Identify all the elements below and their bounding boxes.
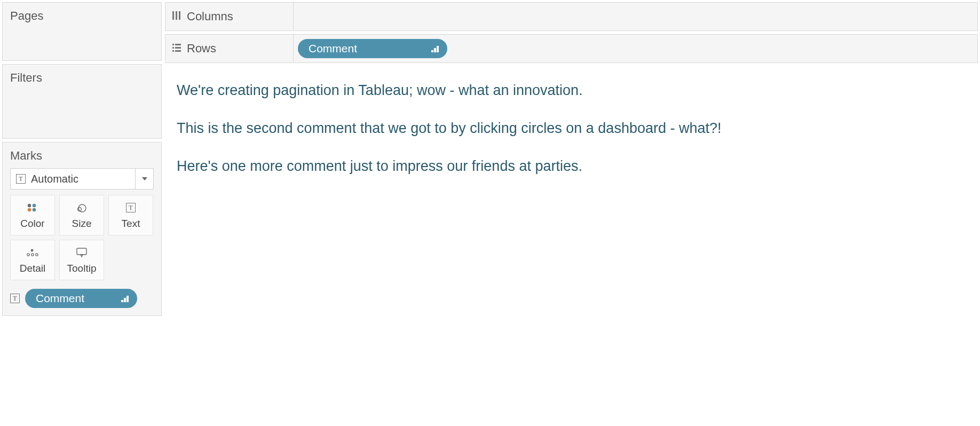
- marks-card: Marks T Automatic: [2, 142, 162, 316]
- mark-type-select[interactable]: T Automatic: [10, 168, 154, 190]
- marks-detail-button[interactable]: Detail: [10, 240, 55, 280]
- svg-rect-15: [176, 11, 177, 20]
- svg-rect-16: [179, 11, 180, 20]
- svg-rect-24: [434, 48, 436, 52]
- marks-detail-label: Detail: [20, 263, 46, 274]
- svg-point-1: [33, 204, 36, 207]
- viz-row[interactable]: We're creating pagination in Tableau; wo…: [177, 81, 966, 100]
- marks-title: Marks: [3, 143, 161, 168]
- text-icon: T: [16, 174, 26, 184]
- sort-icon: [121, 295, 130, 302]
- svg-rect-21: [172, 50, 174, 52]
- svg-rect-18: [175, 44, 181, 45]
- svg-rect-20: [175, 47, 181, 49]
- svg-rect-11: [121, 300, 123, 302]
- pages-shelf[interactable]: Pages: [2, 2, 162, 61]
- svg-point-0: [28, 204, 31, 207]
- svg-point-3: [33, 208, 36, 211]
- rows-icon: [172, 43, 181, 54]
- svg-rect-14: [172, 11, 174, 20]
- svg-rect-12: [124, 298, 126, 302]
- text-icon: T: [10, 294, 20, 303]
- svg-rect-25: [437, 46, 439, 52]
- size-icon: [75, 201, 88, 215]
- columns-shelf[interactable]: Columns: [165, 2, 978, 31]
- svg-rect-22: [175, 50, 181, 52]
- marks-size-label: Size: [72, 218, 92, 230]
- svg-rect-19: [172, 47, 174, 49]
- marks-text-pill-label: Comment: [36, 292, 84, 305]
- chevron-down-icon: [135, 169, 153, 189]
- columns-icon: [172, 11, 181, 22]
- filters-shelf[interactable]: Filters: [2, 64, 162, 139]
- svg-point-7: [27, 254, 29, 256]
- svg-point-2: [28, 208, 31, 211]
- rows-label: Rows: [187, 42, 216, 56]
- marks-color-label: Color: [20, 218, 44, 230]
- marks-color-button[interactable]: Color: [10, 195, 55, 235]
- mark-type-label: Automatic: [31, 173, 78, 185]
- detail-icon: [26, 246, 39, 259]
- marks-tooltip-label: Tooltip: [67, 263, 97, 274]
- text-icon: T: [126, 201, 136, 215]
- columns-label: Columns: [187, 10, 233, 23]
- svg-point-8: [31, 254, 34, 256]
- viz-row[interactable]: This is the second comment that we got t…: [177, 119, 966, 138]
- rows-shelf[interactable]: Rows Comment: [165, 34, 978, 63]
- svg-point-6: [31, 249, 34, 252]
- viz-area[interactable]: We're creating pagination in Tableau; wo…: [165, 66, 978, 426]
- color-icon: [27, 201, 38, 215]
- rows-pill-label: Comment: [309, 42, 357, 55]
- svg-rect-23: [431, 50, 433, 52]
- pages-title: Pages: [3, 3, 161, 27]
- svg-rect-13: [127, 296, 129, 302]
- sort-icon: [431, 45, 440, 52]
- marks-text-pill[interactable]: Comment: [25, 289, 137, 308]
- tooltip-icon: [75, 246, 88, 259]
- marks-text-button[interactable]: T Text: [108, 195, 153, 235]
- marks-size-button[interactable]: Size: [59, 195, 104, 235]
- marks-text-label: Text: [122, 218, 140, 230]
- svg-rect-17: [172, 44, 174, 45]
- filters-title: Filters: [3, 65, 161, 89]
- svg-point-9: [36, 254, 38, 256]
- rows-pill[interactable]: Comment: [298, 39, 447, 58]
- viz-row[interactable]: Here's one more comment just to impress …: [177, 157, 966, 176]
- marks-tooltip-button[interactable]: Tooltip: [59, 240, 104, 280]
- svg-rect-10: [77, 248, 86, 255]
